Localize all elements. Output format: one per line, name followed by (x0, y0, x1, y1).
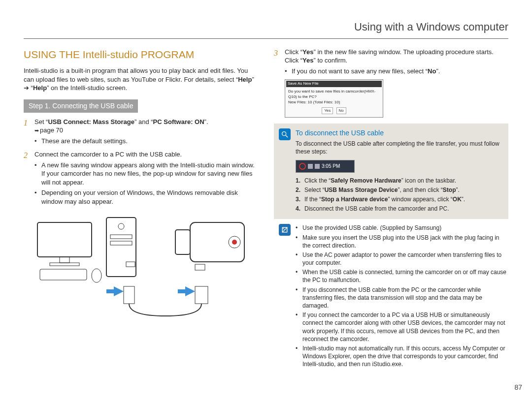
step-2: Connect the camcorder to a PC with the U… (24, 150, 258, 206)
text: ” and “ (134, 118, 153, 125)
note-item: If you disconnect the USB cable from the… (296, 286, 508, 310)
bold: No (428, 67, 436, 75)
tray-icon (315, 164, 320, 169)
section-heading: USING THE Intelli-studio PROGRAM (24, 48, 258, 62)
note-icon (279, 224, 291, 236)
text: Intelli-studio is a built-in program tha… (24, 67, 248, 83)
step-3: Click “Yes” in the new file saving windo… (274, 48, 508, 118)
callout-title: To disconnect the USB cable (296, 128, 502, 138)
substep: If the “Stop a Hardware device” window a… (296, 195, 502, 203)
text: Click the “ (304, 177, 331, 184)
numbered-steps-left: Set “USB Connect: Mass Storage” and “PC … (24, 118, 258, 206)
bold: Yes (302, 57, 313, 64)
numbered-steps-right: Click “Yes” in the new file saving windo… (274, 48, 508, 118)
bold: USB Mass Storage Device (325, 187, 398, 193)
svg-rect-1 (60, 257, 69, 263)
bullet: A new file saving window appears along w… (34, 161, 258, 187)
svg-point-13 (232, 240, 237, 245)
svg-line-22 (286, 135, 288, 137)
page-number: 87 (514, 383, 522, 392)
step-1: Set “USB Connect: Mass Storage” and “PC … (24, 118, 258, 146)
help-bold: Help (33, 84, 47, 92)
svg-rect-18 (106, 289, 114, 293)
text: ” on the Intelli-studio screen. (47, 84, 127, 92)
disconnect-steps: Click the “Safely Remove Hardware” icon … (296, 177, 502, 213)
svg-rect-2 (50, 263, 79, 266)
svg-rect-9 (126, 262, 135, 267)
substep: Disconnect the USB cable from the camcor… (296, 205, 502, 213)
substep: Select “USB Mass Storage Device”, and th… (296, 186, 502, 194)
svg-point-4 (92, 269, 101, 282)
svg-rect-14 (195, 264, 205, 270)
dialog-titlebar: Save As New File (286, 81, 382, 87)
bold: Stop a Hardware device (321, 196, 388, 203)
text: ” to confirm. (314, 57, 348, 64)
note-item: Intelli-studio may not automatically run… (296, 344, 508, 369)
intro-paragraph: Intelli-studio is a built-in program tha… (24, 66, 258, 93)
tray-icon (308, 164, 313, 169)
text: ”. (436, 67, 440, 75)
text: ” window appears, click “ (388, 196, 452, 203)
bold: Yes (302, 48, 313, 56)
bold: Stop (443, 187, 456, 193)
callout-desc: To disconnect the USB cable after comple… (296, 140, 502, 156)
svg-point-21 (282, 132, 286, 136)
text: ”. (456, 187, 459, 193)
text: ”. (204, 118, 208, 125)
dialog-yes-button: Yes (322, 107, 333, 115)
bold: Safely Remove Hardware (331, 177, 401, 184)
text: Select “ (304, 187, 325, 193)
bold: OK (453, 196, 462, 203)
bullet: These are the default settings. (34, 137, 258, 146)
left-column: USING THE Intelli-studio PROGRAM Intelli… (24, 48, 258, 370)
svg-marker-19 (185, 286, 195, 296)
note-item: If you connect the camcorder to a PC via… (296, 311, 508, 343)
bullet: Depending on your version of Windows, th… (34, 188, 258, 206)
note-item: Make sure you insert the USB plug into t… (296, 234, 508, 250)
note-item: Use the provided USB cable. (Supplied by… (296, 224, 508, 232)
bullet: If you do not want to save any new files… (285, 67, 508, 76)
chapter-title: Using with a Windows computer (24, 20, 508, 39)
disconnect-callout: To disconnect the USB cable To disconnec… (274, 124, 508, 219)
dialog-text: New Files: 10 (Total Files: 10) (288, 100, 380, 105)
note-item: Use the AC power adaptor to power the ca… (296, 251, 508, 267)
text: Set “ (34, 118, 48, 125)
svg-marker-17 (114, 286, 124, 296)
svg-rect-15 (124, 286, 134, 304)
right-column: Click “Yes” in the new file saving windo… (274, 48, 508, 370)
svg-rect-16 (195, 286, 208, 304)
help-bold: Help (238, 76, 252, 83)
note-block: Use the provided USB cable. (Supplied by… (274, 224, 508, 368)
bold: PC Software: ON (153, 118, 204, 125)
svg-rect-3 (40, 269, 87, 280)
tray-time: 3:05 PM (322, 163, 340, 170)
text: ”. (462, 196, 465, 203)
connection-illustration (24, 213, 258, 321)
bold: USB Connect: Mass Storage (48, 118, 134, 125)
dialog-no-button: No (336, 107, 346, 115)
svg-point-6 (118, 223, 124, 229)
highlight-circle-icon (299, 163, 306, 170)
dialog-text: Do you want to save new files in camcord… (288, 89, 380, 100)
substep: Click the “Safely Remove Hardware” icon … (296, 177, 502, 185)
svg-rect-7 (110, 235, 132, 239)
step-heading-bar: Step 1. Connecting the USB cable (24, 99, 138, 113)
page-reference: page 70 (34, 126, 63, 134)
text: If the “ (304, 196, 321, 203)
taskbar-screenshot: 3:05 PM (296, 160, 355, 173)
text: If you do not want to save any new files… (292, 67, 428, 75)
svg-rect-0 (37, 222, 92, 257)
svg-rect-11 (175, 230, 190, 254)
svg-rect-20 (178, 289, 186, 293)
save-dialog-screenshot: Save As New File Do you want to save new… (285, 79, 383, 118)
svg-rect-5 (106, 218, 136, 277)
text: Click “ (285, 48, 302, 56)
note-list: Use the provided USB cable. (Supplied by… (296, 224, 508, 368)
note-item: When the USB cable is connected, turning… (296, 268, 508, 284)
text: ”, and then click “ (398, 187, 442, 193)
magnifier-icon (279, 128, 291, 140)
svg-rect-8 (110, 241, 132, 245)
text: Connect the camcorder to a PC with the U… (34, 151, 182, 158)
text: ” icon on the taskbar. (401, 177, 456, 184)
